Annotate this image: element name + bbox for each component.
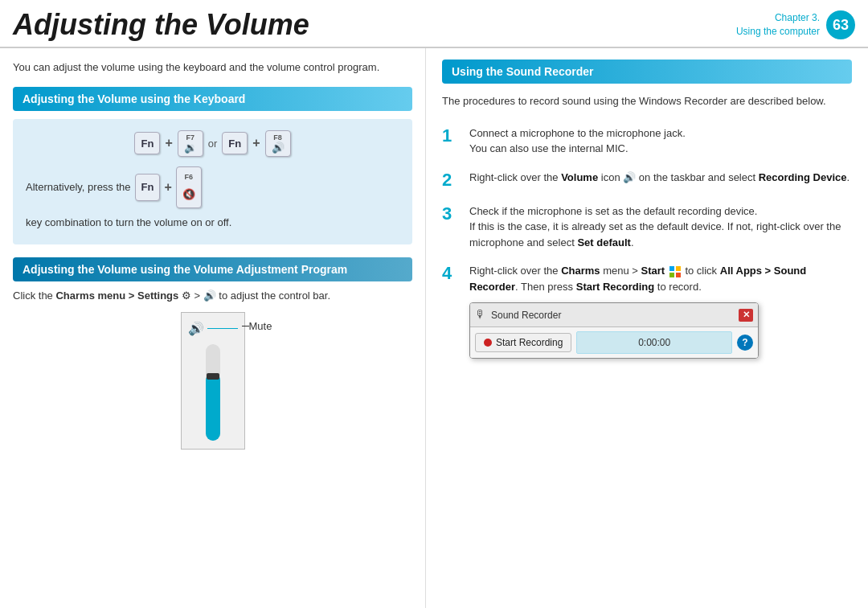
charms-text: Click the Charms menu > Settings ⚙ > 🔊 t… bbox=[13, 288, 412, 305]
step-content-3: Check if the microphone is set as the de… bbox=[469, 203, 852, 251]
step-2: 2 Right-click over the Volume icon 🔊 on … bbox=[442, 170, 852, 191]
right-column: Using the Sound Recorder The procedures … bbox=[426, 48, 868, 608]
vol-speaker-icon: 🔊 bbox=[188, 321, 204, 336]
recorder-close-button[interactable]: ✕ bbox=[739, 309, 753, 322]
page-title: Adjusting the Volume bbox=[13, 8, 309, 42]
step-number-3: 3 bbox=[442, 203, 460, 224]
vol-adj-section: Adjusting the Volume using the Volume Ad… bbox=[13, 257, 412, 450]
recorder-titlebar: 🎙 Sound Recorder ✕ bbox=[470, 303, 758, 327]
volume-illustration: 🔊 Mute bbox=[13, 312, 412, 450]
time-display: 0:00:00 bbox=[576, 331, 732, 354]
slider-fill bbox=[206, 373, 220, 441]
step-content-4: Right-click over the Charms menu > Start… bbox=[469, 263, 852, 359]
svg-rect-2 bbox=[669, 273, 674, 277]
svg-rect-3 bbox=[676, 273, 681, 277]
alt-text-row: Alternatively, press the Fn + F6 🔇 key c… bbox=[26, 166, 399, 233]
recorder-dialog: 🎙 Sound Recorder ✕ Start Recording 0:00:… bbox=[469, 302, 759, 359]
f7-key: F7 🔉 bbox=[178, 130, 203, 157]
left-column: You can adjust the volume using the keyb… bbox=[0, 48, 426, 608]
vol-box: 🔊 bbox=[181, 312, 245, 450]
key-row-1: Fn + F7 🔉 or Fn + F8 🔊 bbox=[26, 130, 399, 157]
or-text: or bbox=[208, 138, 218, 150]
fn-key-3: Fn bbox=[135, 174, 161, 201]
slider-thumb bbox=[207, 373, 219, 380]
fn-key-2: Fn bbox=[222, 132, 248, 154]
recorder-title-left: 🎙 Sound Recorder bbox=[475, 306, 561, 323]
vol-icon-row: 🔊 bbox=[188, 321, 238, 336]
step-1: 1 Connect a microphone to the microphone… bbox=[442, 125, 852, 157]
intro-text: You can adjust the volume using the keyb… bbox=[13, 60, 412, 76]
vol-adj-header: Adjusting the Volume using the Volume Ad… bbox=[13, 257, 412, 281]
step-3: 3 Check if the microphone is set as the … bbox=[442, 203, 852, 251]
mute-connector bbox=[242, 326, 249, 326]
step-4: 4 Right-click over the Charms menu > Sta… bbox=[442, 263, 852, 359]
vol-line bbox=[207, 328, 238, 329]
main-content: You can adjust the volume using the keyb… bbox=[0, 48, 868, 608]
recorder-title-text: Sound Recorder bbox=[491, 308, 561, 322]
record-dot bbox=[484, 339, 492, 347]
chapter-info: Chapter 3. Using the computer 63 bbox=[736, 10, 855, 39]
step-number-2: 2 bbox=[442, 170, 460, 191]
svg-rect-1 bbox=[676, 266, 681, 271]
f6-key: F6 🔇 bbox=[176, 166, 202, 208]
recorder-body: Start Recording 0:00:00 ? bbox=[470, 327, 758, 358]
plus-1: + bbox=[165, 136, 172, 150]
fn-key-1: Fn bbox=[134, 132, 160, 154]
help-button[interactable]: ? bbox=[737, 335, 753, 351]
step-number-4: 4 bbox=[442, 263, 460, 284]
keyboard-section: Fn + F7 🔉 or Fn + F8 🔊 Alternatively, pr… bbox=[13, 119, 412, 244]
f8-key: F8 🔊 bbox=[265, 130, 291, 157]
slider-track bbox=[206, 344, 220, 441]
sound-recorder-header: Using the Sound Recorder bbox=[442, 60, 852, 84]
step-content-1: Connect a microphone to the microphone j… bbox=[469, 125, 686, 157]
step-number-1: 1 bbox=[442, 125, 460, 146]
page-header: Adjusting the Volume Chapter 3. Using th… bbox=[0, 0, 868, 48]
plus-2: + bbox=[252, 136, 260, 150]
start-recording-button[interactable]: Start Recording bbox=[475, 333, 571, 352]
plus-3: + bbox=[164, 175, 171, 200]
svg-rect-0 bbox=[669, 266, 674, 271]
keyboard-section-header: Adjusting the Volume using the Keyboard bbox=[13, 87, 412, 111]
step-content-2: Right-click over the Volume icon 🔊 on th… bbox=[469, 170, 850, 186]
page-number: 63 bbox=[826, 10, 855, 39]
mute-label: Mute bbox=[249, 320, 272, 332]
windows-icon bbox=[669, 266, 681, 277]
chapter-text: Chapter 3. Using the computer bbox=[736, 11, 820, 39]
mic-icon: 🎙 bbox=[475, 306, 486, 323]
recorder-intro: The procedures to record sound using the… bbox=[442, 93, 852, 109]
